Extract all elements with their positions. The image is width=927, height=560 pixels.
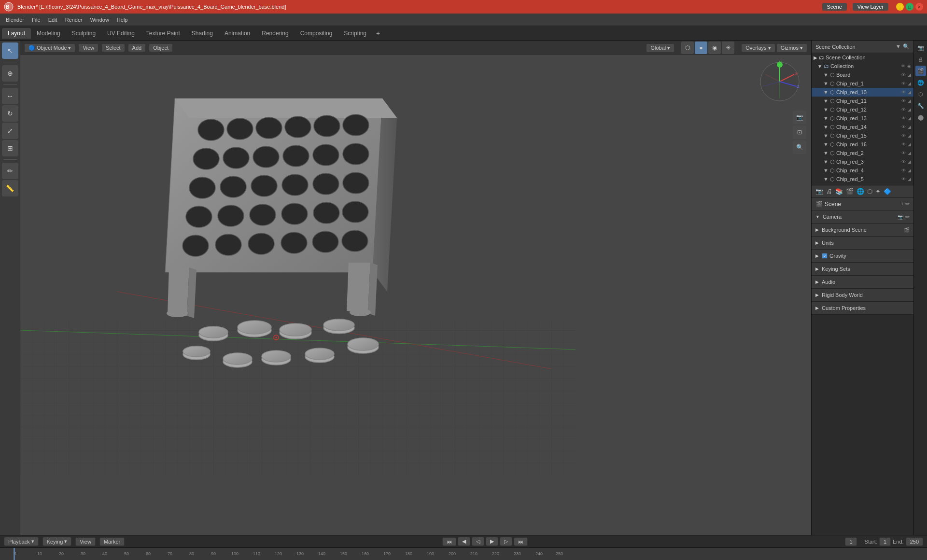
- tool-cursor[interactable]: ⊕: [2, 65, 18, 82]
- play-btn[interactable]: ▶: [486, 537, 498, 546]
- close-button[interactable]: ×: [915, 3, 923, 11]
- material-icon-btn[interactable]: ⬤: [915, 112, 926, 123]
- gizmo-btn[interactable]: Gizmos ▾: [776, 43, 807, 53]
- outliner-item-collection[interactable]: ▼ 🗂 Collection 👁 ◉: [812, 62, 913, 70]
- tab-rendering[interactable]: Rendering: [256, 28, 294, 39]
- end-frame[interactable]: 250: [906, 537, 923, 546]
- scene-icon-btn[interactable]: 🎬: [915, 66, 926, 76]
- menu-render[interactable]: Render: [61, 16, 86, 24]
- tool-scale[interactable]: ⤢: [2, 123, 18, 139]
- outliner-item-chip-red-16[interactable]: ▼ ⬡ Chip_red_16 👁 ◢: [812, 140, 913, 149]
- menu-help[interactable]: Help: [113, 16, 132, 24]
- outliner-item-chip-red-2[interactable]: ▼ ⬡ Chip_red_2 👁 ◢: [812, 149, 913, 157]
- current-frame[interactable]: 1: [845, 537, 857, 546]
- outliner-filter-icon[interactable]: ▼: [896, 43, 901, 50]
- world-icon-btn[interactable]: 🌐: [915, 77, 926, 88]
- outliner-item-chip-red-12[interactable]: ▼ ⬡ Chip_red_12 👁 ◢: [812, 105, 913, 114]
- mode-selector[interactable]: 🔵 Object Mode ▾: [24, 43, 75, 53]
- scene-props-icon[interactable]: 🎬: [846, 188, 854, 195]
- start-frame[interactable]: 1: [879, 537, 891, 546]
- physics-icon[interactable]: 🔷: [884, 188, 891, 195]
- render-icon-btn[interactable]: 📷: [915, 42, 926, 53]
- render-icon[interactable]: ◉: [907, 63, 912, 69]
- render-preview-btn[interactable]: ☀: [722, 42, 734, 54]
- menu-window[interactable]: Window: [86, 16, 113, 24]
- view-menu[interactable]: View: [78, 43, 98, 52]
- overlay-btn[interactable]: Overlays ▾: [741, 43, 775, 53]
- global-selector[interactable]: Global ▾: [646, 43, 674, 53]
- timeline-ruler[interactable]: 1 10 20 30 40 50 60 70 80 90 100 110 120…: [0, 547, 927, 560]
- tool-transform[interactable]: ⊞: [2, 140, 18, 156]
- tool-measure[interactable]: 📏: [2, 180, 18, 196]
- zoom-fit-btn[interactable]: ⊡: [793, 126, 806, 139]
- menu-edit[interactable]: Edit: [44, 16, 61, 24]
- maximize-button[interactable]: □: [906, 3, 913, 11]
- object-icon-btn[interactable]: ⬡: [915, 89, 926, 99]
- marker-menu[interactable]: Marker: [99, 537, 125, 546]
- scene-dropdown-btn[interactable]: ✏: [905, 201, 910, 207]
- new-scene-btn[interactable]: +: [901, 201, 904, 207]
- tool-rotate[interactable]: ↻: [2, 105, 18, 122]
- view-layer-selector[interactable]: View Layer: [853, 3, 888, 11]
- add-menu[interactable]: Add: [128, 43, 146, 52]
- modifier-icon-btn[interactable]: 🔧: [915, 100, 926, 111]
- tab-scripting[interactable]: Scripting: [338, 28, 372, 39]
- rigid-body-world-header[interactable]: ▶ Rigid Body World: [812, 289, 913, 301]
- minimize-button[interactable]: −: [896, 3, 904, 11]
- viewport[interactable]: 🔵 Object Mode ▾ View Select Add Object G…: [20, 41, 811, 535]
- view-layer-props-icon[interactable]: 📚: [835, 188, 843, 195]
- output-props-icon[interactable]: 🖨: [826, 188, 832, 195]
- gravity-section-header[interactable]: ▶ Gravity: [812, 250, 913, 262]
- tab-sculpting[interactable]: Sculpting: [66, 28, 101, 39]
- menu-file[interactable]: File: [28, 16, 44, 24]
- navigation-gizmo[interactable]: X Y Z: [758, 60, 801, 103]
- jump-start-btn[interactable]: ⏮: [442, 537, 456, 546]
- prev-frame-btn[interactable]: ◀: [458, 537, 470, 546]
- camera-edit-icon[interactable]: ✏: [905, 214, 910, 220]
- tab-shading[interactable]: Shading: [186, 28, 219, 39]
- tab-animation[interactable]: Animation: [219, 28, 256, 39]
- particles-icon[interactable]: ✦: [875, 188, 881, 195]
- view-menu-timeline[interactable]: View: [75, 537, 96, 546]
- board-vis-icon[interactable]: 👁: [901, 72, 906, 78]
- add-workspace-button[interactable]: +: [372, 28, 384, 38]
- render-props-icon[interactable]: 📷: [815, 188, 823, 195]
- outliner-item-chip-red-13[interactable]: ▼ ⬡ Chip_red_13 👁 ◢: [812, 114, 913, 123]
- tab-uv-editing[interactable]: UV Editing: [101, 28, 140, 39]
- outliner-item-chip-red-1[interactable]: ▼ ⬡ Chip_red_1 👁 ◢: [812, 79, 913, 88]
- units-section-header[interactable]: ▶ Units: [812, 237, 913, 249]
- tab-compositing[interactable]: Compositing: [295, 28, 338, 39]
- select-menu[interactable]: Select: [101, 43, 125, 52]
- outliner-item-chip-red-3[interactable]: ▼ ⬡ Chip_red_3 👁 ◢: [812, 157, 913, 166]
- outliner-item-chip-red-11[interactable]: ▼ ⬡ Chip_red_11 👁 ◢: [812, 97, 913, 105]
- audio-section-header[interactable]: ▶ Audio: [812, 276, 913, 288]
- object-props-icon[interactable]: ⬡: [867, 188, 872, 195]
- gravity-checkbox[interactable]: [822, 253, 828, 259]
- scene-selector[interactable]: Scene: [822, 3, 847, 11]
- visibility-icon[interactable]: 👁: [900, 63, 906, 69]
- play-reverse-btn[interactable]: ◁: [472, 537, 484, 546]
- tab-texture-paint[interactable]: Texture Paint: [140, 28, 186, 39]
- output-icon-btn[interactable]: 🖨: [915, 54, 926, 65]
- object-menu[interactable]: Object: [149, 43, 173, 52]
- outliner-item-scene-collection[interactable]: ▶ 🗂 Scene Collection: [812, 53, 913, 62]
- next-frame-btn[interactable]: ▷: [500, 537, 512, 546]
- outliner-item-chip-red-15[interactable]: ▼ ⬡ Chip_red_15 👁 ◢: [812, 131, 913, 140]
- tool-annotate[interactable]: ✏: [2, 163, 18, 179]
- outliner-item-chip-red-14[interactable]: ▼ ⬡ Chip_red_14 👁 ◢: [812, 123, 913, 131]
- tab-layout[interactable]: Layout: [2, 28, 31, 39]
- tool-move[interactable]: ↔: [2, 88, 18, 104]
- search-btn[interactable]: 🔍: [793, 140, 806, 154]
- solid-btn[interactable]: ●: [695, 42, 707, 54]
- menu-blender[interactable]: Blender: [2, 16, 28, 24]
- outliner-item-chip-red-10[interactable]: ▼ ⬡ Chip_red_10 👁 ◢: [812, 88, 913, 97]
- background-scene-header[interactable]: ▶ Background Scene 🎬: [812, 224, 913, 236]
- camera-view-btn[interactable]: 📷: [793, 111, 806, 124]
- keying-sets-header[interactable]: ▶ Keying Sets: [812, 263, 913, 275]
- outliner-item-chip-red-5[interactable]: ▼ ⬡ Chip_red_5 👁 ◢: [812, 175, 913, 183]
- outliner-item-chip-red-4[interactable]: ▼ ⬡ Chip_red_4 👁 ◢: [812, 166, 913, 175]
- jump-end-btn[interactable]: ⏭: [514, 537, 528, 546]
- playback-menu[interactable]: Playback ▾: [4, 537, 39, 546]
- outliner-item-board[interactable]: ▼ ⬡ Board 👁 ◢: [812, 70, 913, 79]
- tab-modeling[interactable]: Modeling: [31, 28, 66, 39]
